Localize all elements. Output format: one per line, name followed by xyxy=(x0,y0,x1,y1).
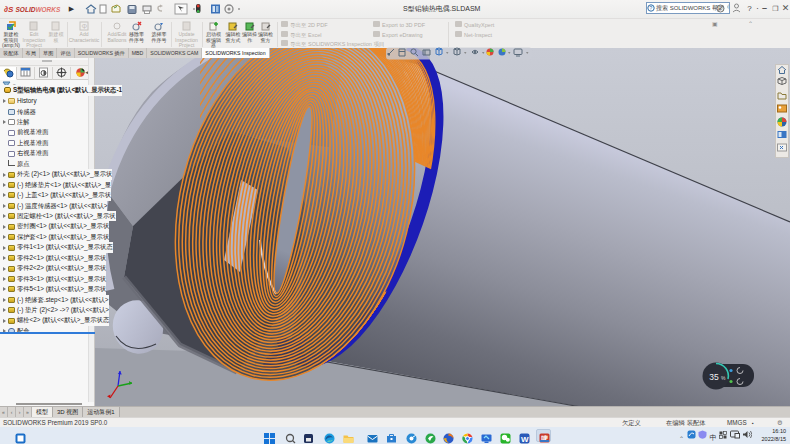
svg-text:?: ? xyxy=(649,5,652,11)
svg-text:Φ: Φ xyxy=(82,23,88,30)
svg-text:%: % xyxy=(721,375,726,381)
svg-text:35: 35 xyxy=(709,372,719,382)
svg-text:W: W xyxy=(521,434,529,443)
